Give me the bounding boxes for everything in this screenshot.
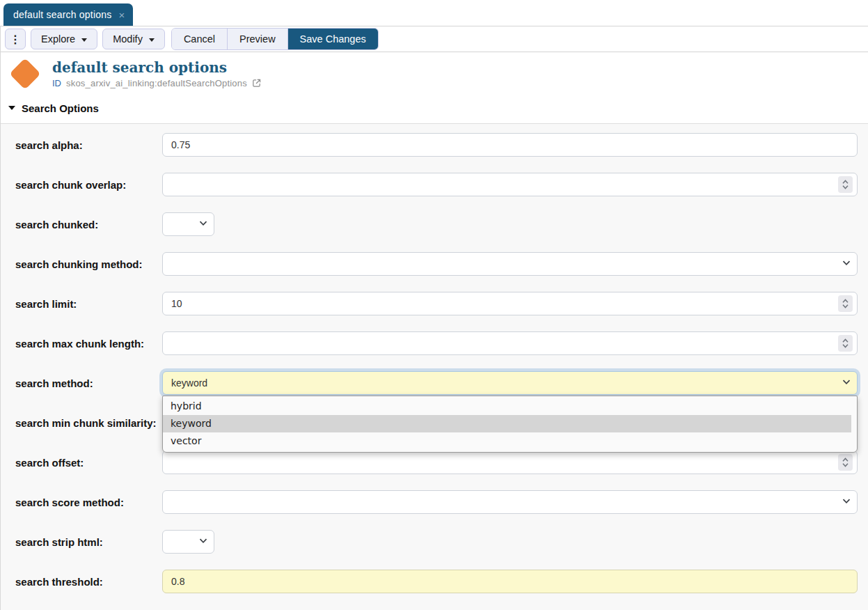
number-spinner-icon[interactable] <box>838 295 853 312</box>
field-label-search-strip-html: search strip html: <box>1 536 162 548</box>
save-changes-button[interactable]: Save Changes <box>288 29 378 49</box>
field-select-search-method[interactable]: keyword <box>162 371 858 395</box>
field-control: keywordhybridkeywordvector <box>162 371 858 395</box>
field-label-search-max-chunk-length: search max chunk length: <box>1 338 162 350</box>
caret-down-icon <box>81 38 87 42</box>
field-select-search-strip-html[interactable] <box>162 530 214 554</box>
number-spinner-icon[interactable] <box>838 176 853 193</box>
document-header-text: default search options ID skos_arxiv_ai_… <box>52 58 261 93</box>
field-label-search-offset: search offset: <box>1 457 162 469</box>
field-input-search-max-chunk-length[interactable] <box>162 331 858 355</box>
modify-button-label: Modify <box>113 33 143 45</box>
form-row: search chunked: <box>1 212 868 236</box>
document-id-row: ID skos_arxiv_ai_linking:defaultSearchOp… <box>52 78 261 88</box>
dropdown-option-vector[interactable]: vector <box>163 432 857 450</box>
number-spinner-icon[interactable] <box>838 335 853 352</box>
form-row: search chunking method: <box>1 252 868 276</box>
action-button-group: Cancel Preview Save Changes <box>171 28 379 50</box>
field-label-search-threshold: search threshold: <box>1 576 162 588</box>
collapse-triangle-icon <box>8 106 15 110</box>
tab-bar: default search options × <box>0 0 868 26</box>
form-row: search threshold: <box>1 570 868 593</box>
chevron-down-icon <box>842 499 851 504</box>
field-control <box>162 490 858 514</box>
field-select-search-chunking-method[interactable] <box>162 252 858 276</box>
chevron-down-icon <box>842 260 851 266</box>
number-spinner-icon[interactable] <box>838 454 853 471</box>
chevron-down-icon <box>199 221 207 226</box>
more-options-button[interactable]: ⋮ <box>5 29 26 49</box>
field-select-search-score-method[interactable] <box>162 490 858 514</box>
form-row: search limit: <box>1 292 868 315</box>
external-link-icon[interactable] <box>252 79 261 88</box>
chevron-down-icon <box>199 538 207 544</box>
form-fields: search alpha:search chunk overlap:search… <box>1 133 868 593</box>
field-select-search-chunked[interactable] <box>162 212 214 236</box>
page-title: default search options <box>52 59 261 76</box>
field-label-search-chunking-method: search chunking method: <box>1 258 162 270</box>
dropdown-option-hybrid[interactable]: hybrid <box>163 398 857 415</box>
toolbar: ⋮ Explore Modify Cancel Preview Save Cha… <box>1 26 868 52</box>
field-label-search-score-method: search score method: <box>1 496 162 508</box>
field-control <box>162 173 858 196</box>
explore-button-label: Explore <box>41 33 75 45</box>
id-label: ID <box>52 78 61 88</box>
field-label-search-method: search method: <box>1 377 162 389</box>
field-control <box>162 451 858 474</box>
field-label-search-chunk-overlap: search chunk overlap: <box>1 179 162 191</box>
select-value: keyword <box>171 377 207 389</box>
field-label-search-limit: search limit: <box>1 298 162 310</box>
field-input-search-offset[interactable] <box>162 451 858 474</box>
field-label-search-chunked: search chunked: <box>1 219 162 230</box>
field-control <box>162 292 858 315</box>
field-control <box>162 331 858 355</box>
section-header-search-options[interactable]: Search Options <box>1 93 868 123</box>
field-control <box>162 212 858 236</box>
field-control <box>162 530 858 554</box>
field-label-search-min-chunk-similarity: search min chunk similarity: <box>1 417 162 429</box>
document-id-value: skos_arxiv_ai_linking:defaultSearchOptio… <box>66 78 247 88</box>
cancel-button[interactable]: Cancel <box>172 29 228 49</box>
form-row: search strip html: <box>1 530 868 554</box>
form-row: search score method: <box>1 490 868 514</box>
field-control <box>162 252 858 276</box>
document-diamond-icon <box>9 58 42 91</box>
form-row: search offset: <box>1 451 868 474</box>
field-label-search-alpha: search alpha: <box>1 139 162 151</box>
form-row: search alpha: <box>1 133 868 157</box>
preview-button[interactable]: Preview <box>228 29 288 49</box>
form-row: search method:keywordhybridkeywordvector <box>1 371 868 395</box>
section-title: Search Options <box>22 102 99 114</box>
field-control <box>162 570 858 593</box>
form-panel: search alpha:search chunk overlap:search… <box>1 123 868 610</box>
select-dropdown: hybridkeywordvector <box>162 396 858 453</box>
explore-button[interactable]: Explore <box>31 29 97 49</box>
tab-default-search-options[interactable]: default search options × <box>3 3 133 26</box>
modify-button[interactable]: Modify <box>102 29 165 49</box>
field-input-search-threshold[interactable] <box>162 570 858 593</box>
form-row: search chunk overlap: <box>1 173 868 196</box>
tab-close-icon[interactable]: × <box>118 10 125 20</box>
kebab-menu-icon: ⋮ <box>10 33 21 46</box>
field-control <box>162 133 858 157</box>
field-input-search-limit[interactable] <box>162 292 858 315</box>
field-input-search-alpha[interactable] <box>162 133 858 157</box>
field-input-search-chunk-overlap[interactable] <box>162 173 858 196</box>
document-header: default search options ID skos_arxiv_ai_… <box>1 52 868 93</box>
chevron-down-icon <box>842 380 851 385</box>
dropdown-option-keyword[interactable]: keyword <box>163 415 851 432</box>
caret-down-icon <box>149 38 155 42</box>
main-container: ⋮ Explore Modify Cancel Preview Save Cha… <box>0 26 868 610</box>
tab-title: default search options <box>13 9 111 20</box>
form-row: search max chunk length: <box>1 331 868 355</box>
